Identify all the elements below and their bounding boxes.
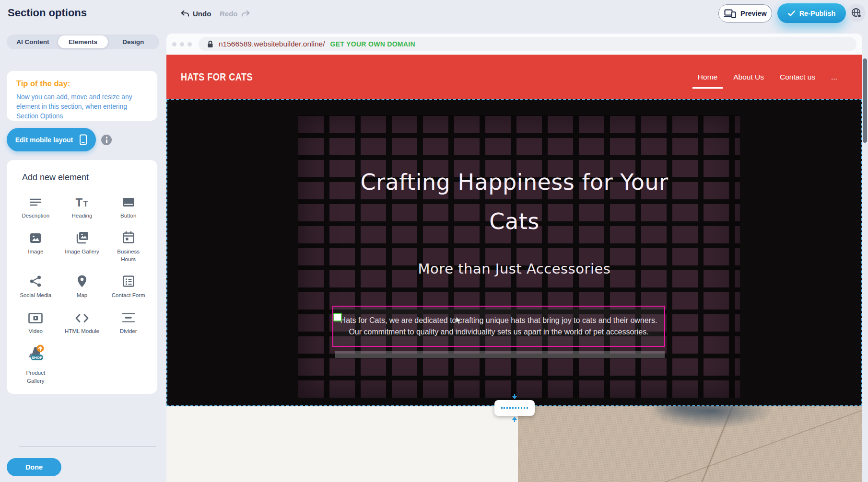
add-new-element-heading: Add new element <box>22 172 152 183</box>
edit-mobile-label: Edit mobile layout <box>15 136 73 144</box>
redo-button[interactable]: Redo <box>220 10 250 18</box>
heading-icon: TT <box>75 193 88 208</box>
devices-icon <box>724 9 736 18</box>
section-resize-handle[interactable] <box>494 400 535 416</box>
share-icon <box>29 273 42 288</box>
redo-icon <box>241 10 250 17</box>
image-gallery-icon <box>75 229 89 244</box>
edit-mobile-layout-button[interactable]: Edit mobile layout <box>7 128 96 151</box>
get-domain-link[interactable]: GET YOUR OWN DOMAIN <box>330 40 415 48</box>
element-button[interactable]: Button <box>105 189 152 219</box>
page-title: Section options <box>8 7 87 19</box>
button-icon <box>121 193 136 208</box>
element-html-module[interactable]: HTML Module <box>59 305 106 335</box>
done-label: Done <box>25 463 43 471</box>
check-icon <box>788 11 795 16</box>
mouse-cursor <box>456 316 462 325</box>
section-options-editor: Section options Undo Redo Preview Re-Pub… <box>0 0 868 482</box>
phone-icon <box>79 134 87 145</box>
site-url: n1566589.websitebuilder.online/ <box>219 40 325 48</box>
product-gallery-icon: SHOP <box>24 344 47 366</box>
panel-tabs: AI Content Elements Design <box>7 34 159 49</box>
tab-design[interactable]: Design <box>108 35 158 48</box>
site-logo[interactable]: HATS FOR CATS <box>181 71 253 83</box>
image-icon <box>29 229 42 244</box>
preview-label: Preview <box>740 10 767 17</box>
globe-icon <box>851 7 862 19</box>
lock-icon <box>207 40 213 48</box>
element-hover-placeholder <box>335 351 665 358</box>
preview-button[interactable]: Preview <box>718 4 772 23</box>
element-image-gallery[interactable]: Image Gallery <box>59 225 106 263</box>
element-grid: Description TT Heading Button Image <box>12 189 152 385</box>
selected-hero-section[interactable]: Crafting Happiness for Your Cats More th… <box>166 99 862 406</box>
shop-badge: SHOP <box>32 356 43 360</box>
element-divider[interactable]: Divider <box>105 305 152 335</box>
element-product-gallery[interactable]: SHOP Product Gallery <box>12 341 59 384</box>
calendar-icon <box>122 229 135 244</box>
undo-label: Undo <box>193 10 211 18</box>
info-icon[interactable] <box>101 135 112 145</box>
site-nav: Home About Us Contact us ... <box>698 55 837 99</box>
video-icon <box>28 309 43 324</box>
contact-form-icon <box>122 273 135 288</box>
republish-label: Re-Publish <box>799 10 836 17</box>
nav-about-us[interactable]: About Us <box>733 73 764 81</box>
element-video[interactable]: Video <box>12 305 59 335</box>
element-description[interactable]: Description <box>12 189 59 219</box>
element-drag-handle[interactable] <box>333 313 342 321</box>
tip-body: Now you can add, move and resize any ele… <box>16 92 148 121</box>
url-bar[interactable]: n1566589.websitebuilder.online/ GET YOUR… <box>199 37 856 51</box>
map-pin-icon <box>76 273 88 288</box>
sidebar-divider <box>19 447 156 447</box>
arrow-down-icon <box>511 394 518 400</box>
nav-contact-us[interactable]: Contact us <box>780 73 815 81</box>
next-section-photo[interactable] <box>518 406 862 482</box>
next-section-background[interactable] <box>166 406 518 482</box>
done-button[interactable]: Done <box>7 458 61 476</box>
preview-scrollbar-thumb[interactable] <box>863 58 867 143</box>
description-icon <box>28 193 43 208</box>
hero-subheading: More than Just Accessories <box>167 259 861 278</box>
tab-ai-content[interactable]: AI Content <box>8 35 58 48</box>
element-business-hours[interactable]: Business Hours <box>105 225 152 263</box>
element-social-media[interactable]: Social Media <box>12 269 59 299</box>
resize-dotted-line <box>501 407 528 409</box>
tab-elements[interactable]: Elements <box>58 35 108 48</box>
nav-home[interactable]: Home <box>698 73 717 81</box>
language-globe-button[interactable] <box>847 4 866 22</box>
tip-title: Tip of the day: <box>16 79 148 88</box>
hero-heading: Crafting Happiness for Your Cats <box>349 162 680 241</box>
hero-paragraph-line1: Hats for Cats, we are dedicated to craft… <box>340 315 657 326</box>
tip-of-the-day-card: Tip of the day: Now you can add, move an… <box>7 71 157 121</box>
add-new-element-panel: Add new element Description TT Heading B… <box>7 160 157 394</box>
divider-icon <box>121 309 136 324</box>
element-contact-form[interactable]: Contact Form <box>105 269 152 299</box>
element-image[interactable]: Image <box>12 225 59 263</box>
nav-more[interactable]: ... <box>831 73 837 81</box>
site-header[interactable]: HATS FOR CATS Home About Us Contact us .… <box>166 55 862 99</box>
redo-label: Redo <box>220 10 238 18</box>
hero-paragraph-line2: Our commitment to quality and individual… <box>349 326 648 338</box>
element-heading[interactable]: TT Heading <box>59 189 106 219</box>
window-control-dots <box>172 42 192 46</box>
undo-icon <box>180 10 189 17</box>
element-map[interactable]: Map <box>59 269 106 299</box>
undo-button[interactable]: Undo <box>180 10 211 18</box>
republish-button[interactable]: Re-Publish <box>777 3 846 23</box>
hero-paragraph-element[interactable]: Hats for Cats, we are dedicated to craft… <box>332 306 665 347</box>
code-icon <box>74 309 90 324</box>
arrow-up-icon <box>511 416 518 422</box>
browser-chrome: n1566589.websitebuilder.online/ GET YOUR… <box>166 34 862 55</box>
